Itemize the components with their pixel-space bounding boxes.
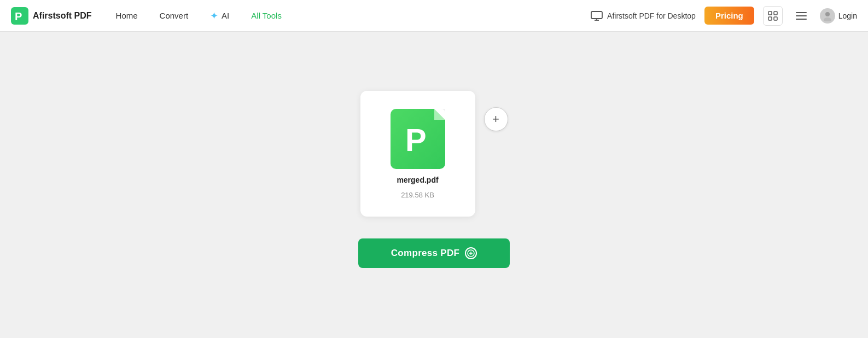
nav-ai-label: AI — [222, 11, 229, 20]
desktop-link-label: Afirstsoft PDF for Desktop — [607, 11, 696, 20]
svg-rect-7 — [768, 17, 772, 20]
logo-area[interactable]: P Afirstsoft PDF — [11, 7, 92, 25]
hamburger-line — [796, 15, 807, 16]
compress-icon — [465, 247, 477, 259]
main-content: P merged.pdf 219.58 KB + Compress PDF — [0, 32, 868, 338]
logo-text: Afirstsoft PDF — [33, 11, 92, 21]
nav-all-tools[interactable]: All Tools — [240, 0, 293, 32]
nav-home[interactable]: Home — [105, 0, 149, 32]
header-right: Afirstsoft PDF for Desktop Pricing — [591, 6, 857, 26]
svg-text:P: P — [15, 10, 22, 22]
nav-bar: Home Convert ✦ AI All Tools — [105, 0, 591, 32]
file-name: merged.pdf — [397, 176, 438, 184]
monitor-icon — [591, 11, 603, 21]
ai-star-icon: ✦ — [210, 10, 218, 22]
pdf-p-logo: P — [403, 121, 433, 156]
pdf-icon: P — [391, 109, 445, 169]
compress-label: Compress PDF — [391, 248, 459, 259]
compress-circle-icon — [467, 249, 475, 257]
hamburger-menu-button[interactable] — [791, 6, 811, 26]
desktop-link[interactable]: Afirstsoft PDF for Desktop — [591, 11, 696, 21]
login-label: Login — [838, 11, 857, 20]
dashboard-icon-button[interactable] — [763, 6, 783, 26]
nav-convert[interactable]: Convert — [149, 0, 200, 32]
grid-icon — [768, 11, 778, 21]
user-avatar-icon — [822, 10, 833, 21]
svg-point-10 — [824, 18, 831, 21]
svg-point-9 — [825, 12, 830, 16]
compress-pdf-button[interactable]: Compress PDF — [358, 238, 510, 268]
login-button[interactable]: Login — [820, 8, 857, 24]
file-card: P merged.pdf 219.58 KB — [360, 91, 475, 217]
add-file-button[interactable]: + — [484, 107, 508, 131]
svg-rect-8 — [774, 17, 777, 20]
hamburger-line — [796, 12, 807, 13]
svg-rect-6 — [774, 11, 777, 15]
file-size: 219.58 KB — [401, 191, 434, 199]
hamburger-line — [796, 19, 807, 20]
logo-icon: P — [11, 7, 28, 25]
svg-rect-5 — [768, 11, 772, 15]
svg-rect-2 — [591, 11, 602, 19]
main-header: P Afirstsoft PDF Home Convert ✦ AI All T… — [0, 0, 868, 32]
pdf-icon-fold — [434, 109, 445, 120]
file-area: P merged.pdf 219.58 KB + — [360, 91, 508, 217]
avatar-icon — [820, 8, 835, 24]
svg-text:P: P — [405, 122, 427, 156]
pricing-button[interactable]: Pricing — [704, 7, 754, 25]
nav-ai[interactable]: ✦ AI — [199, 0, 240, 32]
